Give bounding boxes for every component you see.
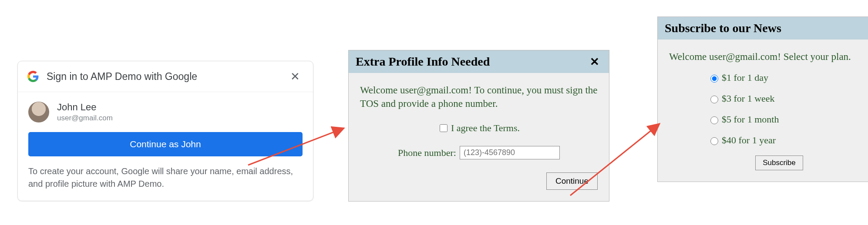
phone-row: Phone number:: [360, 146, 598, 159]
google-card-title: Sign in to AMP Demo with Google: [47, 71, 287, 83]
continue-as-button[interactable]: Continue as John: [28, 132, 303, 156]
plan-radio[interactable]: [710, 116, 718, 124]
close-icon[interactable]: ✕: [287, 69, 303, 84]
plan-radio[interactable]: [710, 137, 718, 145]
extra-profile-header: Extra Profile Info Needed ✕: [349, 50, 609, 73]
plan-row: $40 for 1 year: [708, 135, 868, 146]
google-card-header: Sign in to AMP Demo with Google ✕: [18, 61, 313, 92]
plan-row: $3 for 1 week: [708, 93, 868, 104]
subscribe-welcome: Welcome user@gmail.com! Select your plan…: [669, 50, 868, 63]
extra-profile-welcome: Welcome user@gmail.com! To continue, you…: [360, 83, 598, 110]
plan-label: $1 for 1 day: [722, 72, 768, 83]
terms-label: I agree the Terms.: [451, 122, 520, 134]
disclaimer-text: To create your account, Google will shar…: [28, 165, 303, 190]
terms-checkbox[interactable]: [440, 124, 447, 132]
subscribe-button[interactable]: Subscribe: [755, 156, 803, 170]
extra-profile-card: Extra Profile Info Needed ✕ Welcome user…: [348, 50, 609, 202]
continue-button[interactable]: Continue: [546, 172, 598, 190]
plan-row: $1 for 1 day: [708, 72, 868, 83]
user-row[interactable]: John Lee user@gmail.com: [28, 102, 303, 122]
subscribe-header: Subscribe to our News ✕: [658, 17, 868, 40]
plan-radio[interactable]: [710, 75, 718, 83]
extra-profile-title: Extra Profile Info Needed: [356, 55, 587, 69]
plan-row: $5 for 1 month: [708, 114, 868, 125]
phone-label: Phone number:: [398, 147, 456, 159]
plan-radio[interactable]: [710, 96, 718, 103]
user-name: John Lee: [57, 102, 113, 113]
subscribe-card: Subscribe to our News ✕ Welcome user@gma…: [657, 17, 868, 182]
google-signin-card: Sign in to AMP Demo with Google ✕ John L…: [17, 61, 313, 201]
plan-label: $40 for 1 year: [722, 135, 776, 146]
terms-row: I agree the Terms.: [360, 122, 598, 134]
plan-label: $3 for 1 week: [722, 93, 775, 104]
close-icon[interactable]: ✕: [587, 55, 602, 69]
plan-label: $5 for 1 month: [722, 114, 779, 125]
google-logo-icon: [27, 71, 39, 82]
user-email: user@gmail.com: [57, 114, 113, 122]
subscribe-title: Subscribe to our News: [665, 21, 868, 35]
avatar: [28, 102, 49, 122]
phone-input[interactable]: [460, 146, 560, 159]
plan-list: $1 for 1 day$3 for 1 week$5 for 1 month$…: [669, 72, 868, 146]
